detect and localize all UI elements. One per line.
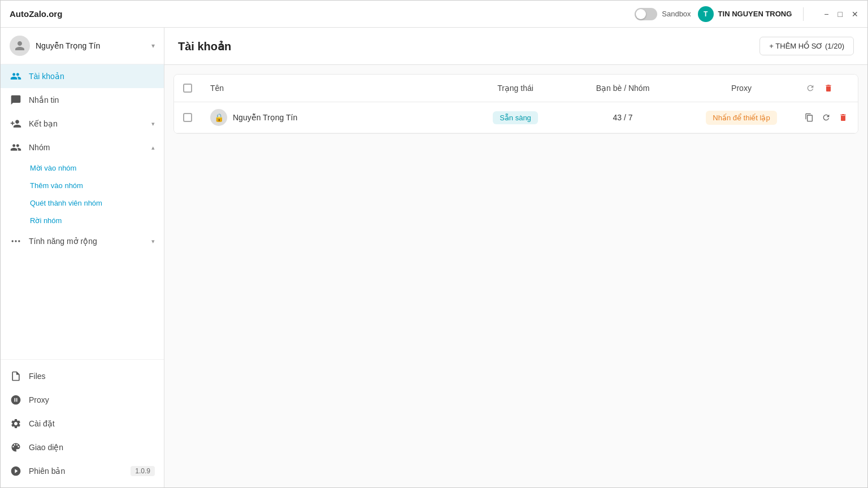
- svg-point-1: [15, 240, 16, 242]
- table-row: 🔒 Nguyễn Trọng Tín Sẵn sàng 43 / 7 Nhấn …: [174, 102, 858, 133]
- ket-ban-chevron-icon: ▾: [151, 120, 155, 128]
- profile-avatar: [10, 36, 30, 56]
- tai-khoan-icon: [10, 70, 22, 82]
- sidebar-item-giao-dien[interactable]: Giao diện: [1, 435, 164, 459]
- nhom-label: Nhóm: [29, 143, 145, 152]
- them-vao-nhom-label: Thêm vào nhóm: [30, 181, 83, 190]
- maximize-button[interactable]: □: [838, 10, 843, 18]
- sidebar-item-files[interactable]: Files: [1, 364, 164, 388]
- title-bar: AutoZalo.org Sandbox T TIN NGUYEN TRONG …: [1, 1, 867, 28]
- sidebar-item-moi-vao-nhom[interactable]: Mời vào nhóm: [1, 159, 164, 177]
- sidebar-item-phien-ban[interactable]: Phiên bản 1.0.9: [1, 459, 164, 483]
- delete-button[interactable]: [837, 112, 849, 123]
- header-checkbox-cell: [183, 84, 210, 93]
- window-controls: − □ ✕: [824, 10, 858, 18]
- cai-dat-label: Cài đặt: [29, 419, 55, 428]
- cai-dat-icon: [10, 417, 22, 430]
- row-status-cell: Sẵn sàng: [465, 111, 566, 124]
- app-name: AutoZalo.org: [10, 9, 635, 19]
- sandbox-toggle[interactable]: Sandbox: [635, 8, 691, 20]
- header-proxy: Proxy: [679, 84, 804, 93]
- svg-point-2: [18, 240, 20, 242]
- phien-ban-icon: [10, 465, 22, 477]
- user-name: TIN NGUYEN TRONG: [718, 10, 792, 18]
- sidebar-item-proxy[interactable]: Proxy: [1, 388, 164, 412]
- svg-point-0: [12, 240, 14, 242]
- sandbox-switch[interactable]: [635, 8, 657, 20]
- quet-thanh-vien-label: Quét thành viên nhóm: [30, 199, 102, 207]
- roi-nhom-label: Rời nhóm: [30, 216, 62, 225]
- sidebar-item-them-vao-nhom[interactable]: Thêm vào nhóm: [1, 177, 164, 194]
- proxy-setup-button[interactable]: Nhấn để thiết lập: [706, 111, 776, 125]
- nhom-icon: [10, 141, 22, 154]
- copy-button[interactable]: [804, 112, 815, 123]
- content-area: Tài khoản + THÊM HỒ SƠ (1/20) Tên Trạng …: [164, 28, 867, 487]
- user-avatar-small: 🔒: [210, 109, 227, 126]
- header-ten: Tên: [210, 84, 465, 93]
- tinh-nang-mo-rong-label: Tính năng mở rộng: [29, 237, 145, 246]
- user-name-value: Nguyễn Trọng Tín: [233, 113, 297, 122]
- delete-all-button[interactable]: [822, 81, 835, 95]
- tinh-nang-chevron-icon: ▾: [151, 238, 155, 245]
- accounts-table: Tên Trạng thái Bạn bè / Nhóm Proxy: [173, 74, 858, 134]
- more-icon: [10, 235, 22, 247]
- minimize-button[interactable]: −: [824, 10, 828, 18]
- status-badge: Sẵn sàng: [493, 111, 538, 124]
- header-trang-thai: Trạng thái: [465, 84, 566, 93]
- add-profile-button[interactable]: + THÊM HỒ SƠ (1/20): [760, 37, 854, 55]
- header-ban-be-nhom: Bạn bè / Nhóm: [566, 84, 679, 93]
- select-all-checkbox[interactable]: [183, 84, 192, 93]
- table-container: Tên Trạng thái Bạn bè / Nhóm Proxy: [164, 65, 867, 487]
- row-checkbox[interactable]: [183, 113, 192, 122]
- sidebar: Nguyễn Trọng Tín ▾ Tài khoản Nhắn: [1, 28, 164, 487]
- sidebar-item-nhan-tin[interactable]: Nhắn tin: [1, 88, 164, 112]
- phien-ban-label: Phiên bản: [29, 467, 65, 476]
- sidebar-item-nhom[interactable]: Nhóm ▴: [1, 136, 164, 159]
- sidebar-item-cai-dat[interactable]: Cài đặt: [1, 412, 164, 435]
- sidebar-item-tai-khoan[interactable]: Tài khoản: [1, 64, 164, 88]
- user-badge: T TIN NGUYEN TRONG: [698, 6, 792, 22]
- close-button[interactable]: ✕: [852, 10, 858, 18]
- header-actions-cell: [804, 81, 849, 95]
- sidebar-item-quet-thanh-vien-nhom[interactable]: Quét thành viên nhóm: [1, 194, 164, 212]
- row-actions-cell: [804, 112, 849, 123]
- sandbox-label: Sandbox: [662, 10, 691, 18]
- moi-vao-nhom-label: Mời vào nhóm: [30, 164, 76, 172]
- sidebar-item-roi-nhom[interactable]: Rời nhóm: [1, 212, 164, 229]
- content-header: Tài khoản + THÊM HỒ SƠ (1/20): [164, 28, 867, 65]
- refresh-all-button[interactable]: [804, 81, 817, 95]
- profile-chevron-icon: ▾: [151, 42, 155, 50]
- sidebar-item-ket-ban[interactable]: Kết bạn ▾: [1, 112, 164, 136]
- row-proxy-cell: Nhấn để thiết lập: [679, 111, 804, 125]
- proxy-icon: [10, 394, 22, 406]
- ket-ban-label: Kết bạn: [29, 119, 145, 128]
- nhan-tin-icon: [10, 94, 22, 106]
- files-label: Files: [29, 372, 46, 381]
- row-checkbox-cell: [183, 113, 210, 122]
- page-title: Tài khoản: [178, 40, 231, 53]
- row-friends-groups-cell: 43 / 7: [566, 113, 679, 122]
- nhan-tin-label: Nhắn tin: [29, 95, 155, 104]
- profile-section[interactable]: Nguyễn Trọng Tín ▾: [1, 28, 164, 64]
- sidebar-item-tinh-nang-mo-rong[interactable]: Tính năng mở rộng ▾: [1, 229, 164, 253]
- files-icon: [10, 370, 22, 382]
- tai-khoan-label: Tài khoản: [29, 72, 155, 81]
- sidebar-bottom: Files Proxy Cài: [1, 359, 164, 487]
- giao-dien-label: Giao diện: [29, 443, 63, 452]
- version-badge: 1.0.9: [131, 466, 155, 476]
- proxy-label: Proxy: [29, 395, 49, 404]
- giao-dien-icon: [10, 441, 22, 454]
- profile-name: Nguyễn Trọng Tín: [36, 41, 151, 50]
- table-header: Tên Trạng thái Bạn bè / Nhóm Proxy: [174, 75, 858, 102]
- title-bar-divider: [803, 7, 804, 21]
- refresh-button[interactable]: [821, 112, 832, 123]
- row-name-cell: 🔒 Nguyễn Trọng Tín: [210, 109, 465, 126]
- nhom-chevron-icon: ▴: [151, 144, 155, 151]
- user-avatar: T: [698, 6, 714, 22]
- ket-ban-icon: [10, 117, 22, 130]
